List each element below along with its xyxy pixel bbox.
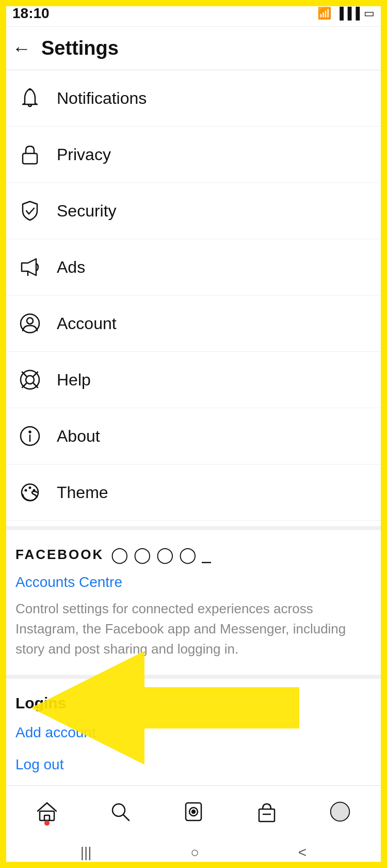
facebook-brand-row: FACEBOOK ◯ ◯ ◯ ◯ ⎯ xyxy=(15,546,372,564)
info-circle-icon xyxy=(15,422,44,451)
svg-point-7 xyxy=(26,376,34,384)
accounts-centre-description: Control settings for connected experienc… xyxy=(15,599,372,659)
nav-profile[interactable] xyxy=(319,794,361,830)
status-bar: 18:10 📶 ▐▐▐ ▭ xyxy=(0,0,387,27)
status-icons: 📶 ▐▐▐ ▭ xyxy=(317,7,375,20)
notifications-label: Notifications xyxy=(57,89,147,108)
settings-list: Notifications Privacy Security xyxy=(0,70,387,521)
brand-icons: ◯ ◯ ◯ ◯ ⎯ xyxy=(111,546,211,564)
svg-rect-21 xyxy=(44,815,50,820)
svg-point-14 xyxy=(29,431,31,433)
facebook-section: FACEBOOK ◯ ◯ ◯ ◯ ⎯ Accounts Centre Contr… xyxy=(0,526,387,670)
svg-point-30 xyxy=(331,803,349,820)
svg-point-5 xyxy=(27,318,33,324)
lifebuoy-icon xyxy=(15,365,44,394)
settings-item-notifications[interactable]: Notifications xyxy=(0,70,387,127)
home-notification-dot xyxy=(44,820,50,826)
facebook-wordmark: FACEBOOK xyxy=(15,547,104,563)
back-system-icon[interactable]: < xyxy=(298,844,307,861)
settings-item-security[interactable]: Security xyxy=(0,183,387,239)
bell-icon xyxy=(15,84,44,113)
status-time: 18:10 xyxy=(12,5,50,22)
ads-label: Ads xyxy=(57,258,85,277)
settings-item-about[interactable]: About xyxy=(0,408,387,464)
settings-item-ads[interactable]: Ads xyxy=(0,239,387,296)
nav-home[interactable] xyxy=(26,794,68,830)
settings-item-privacy[interactable]: Privacy xyxy=(0,127,387,183)
back-button[interactable]: ← xyxy=(12,39,31,58)
meta-pill-icon: ⎯ xyxy=(202,546,211,564)
person-circle-icon xyxy=(15,309,44,338)
svg-point-16 xyxy=(25,489,27,492)
log-out-link[interactable]: Log out xyxy=(15,756,372,773)
svg-line-23 xyxy=(123,815,129,820)
settings-item-theme[interactable]: Theme xyxy=(0,464,387,521)
svg-marker-2 xyxy=(22,259,36,275)
help-label: Help xyxy=(57,370,91,390)
svg-point-17 xyxy=(29,487,31,489)
whatsapp-circle-icon: ◯ xyxy=(179,546,197,564)
about-label: About xyxy=(57,427,100,446)
settings-item-account[interactable]: Account xyxy=(0,296,387,352)
add-account-link[interactable]: Add account xyxy=(15,724,372,741)
fb-circle-icon: ◯ xyxy=(111,546,128,564)
palette-icon xyxy=(15,478,44,507)
nav-reels[interactable] xyxy=(173,794,214,830)
privacy-label: Privacy xyxy=(57,145,111,164)
nav-search[interactable] xyxy=(100,794,141,830)
signal-icon: ▐▐▐ xyxy=(335,7,360,20)
svg-rect-1 xyxy=(23,153,37,164)
account-label: Account xyxy=(57,314,117,333)
settings-item-help[interactable]: Help xyxy=(0,352,387,408)
shield-check-icon xyxy=(15,196,44,225)
battery-icon: ▭ xyxy=(364,7,375,20)
svg-rect-27 xyxy=(259,809,275,822)
home-system-icon[interactable]: ○ xyxy=(190,844,199,861)
logins-section: Logins Add account Log out xyxy=(0,675,387,794)
instagram-circle-icon: ◯ xyxy=(156,546,174,564)
messenger-circle-icon: ◯ xyxy=(134,546,151,564)
recent-apps-icon[interactable]: ||| xyxy=(80,844,92,861)
wifi-icon: 📶 xyxy=(317,7,331,20)
accounts-centre-link[interactable]: Accounts Centre xyxy=(15,574,372,591)
lock-icon xyxy=(15,140,44,169)
settings-header: ← Settings xyxy=(0,27,387,70)
page-title: Settings xyxy=(41,37,119,59)
megaphone-icon xyxy=(15,253,44,282)
system-nav-bar: ||| ○ < xyxy=(0,837,387,868)
svg-point-26 xyxy=(192,810,195,813)
theme-label: Theme xyxy=(57,483,108,502)
nav-shop[interactable] xyxy=(246,794,287,830)
bottom-nav xyxy=(0,785,387,837)
logins-title: Logins xyxy=(15,694,372,712)
security-label: Security xyxy=(57,202,117,221)
